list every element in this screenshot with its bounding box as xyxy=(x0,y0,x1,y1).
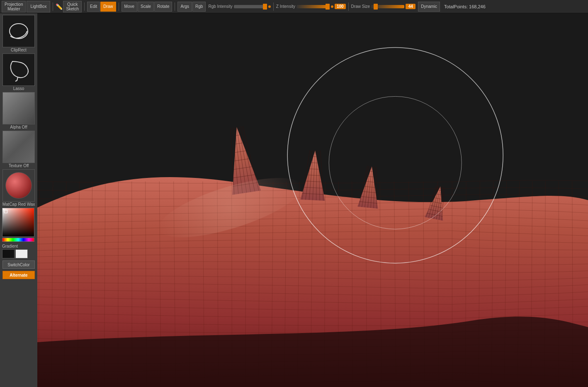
z-intensity-value: 100 xyxy=(335,4,346,9)
texture-label: Texture Off xyxy=(9,163,29,168)
alternate-button[interactable]: Alternate xyxy=(2,271,35,279)
projection-master-button[interactable]: Projection Master xyxy=(2,1,26,12)
rgb-intensity-slider[interactable] xyxy=(234,5,267,8)
rgb-intensity-label: Rgb Intensity xyxy=(208,4,232,9)
matcap-thumb xyxy=(5,172,32,199)
sidebar-item-alpha: Alpha Off xyxy=(2,92,35,129)
args-rgb-group: Args Rgb xyxy=(177,2,206,12)
texture-thumb[interactable] xyxy=(2,131,35,163)
sidebar-item-cliprect: ClipRect xyxy=(2,15,35,52)
gradient-swatches xyxy=(2,249,28,258)
switch-color-button[interactable]: SwitchColor xyxy=(2,260,35,269)
swatch-white[interactable] xyxy=(15,249,28,258)
cliprect-label: ClipRect xyxy=(11,48,27,52)
z-intensity-slider[interactable] xyxy=(296,5,330,8)
lasso-thumb[interactable] xyxy=(2,54,35,86)
dynamic-button[interactable]: Dynamic xyxy=(418,2,440,12)
divider-1 xyxy=(53,2,53,11)
lasso-label: Lasso xyxy=(13,86,24,91)
z-intensity-container: Z Intensity 100 xyxy=(276,4,346,9)
alpha-label: Alpha Off xyxy=(10,125,27,129)
zbrush-canvas xyxy=(37,13,588,387)
total-points-label: TotalPoints: xyxy=(444,4,468,9)
total-points-value: 168,246 xyxy=(469,4,486,9)
scale-button[interactable]: Scale xyxy=(138,2,154,12)
sidebar-item-lasso: Lasso xyxy=(2,54,35,91)
divider-4 xyxy=(175,2,175,11)
main-area: ClipRect Lasso Alpha Off Texture Off xyxy=(0,13,588,387)
sidebar-item-matcap: MatCap Red Wax xyxy=(2,169,35,207)
total-points-display: TotalPoints: 168,246 xyxy=(444,4,486,9)
toolbar: Projection Master LightBox ✏️ Quick Sket… xyxy=(0,0,588,13)
color-square[interactable] xyxy=(2,208,34,237)
draw-size-slider[interactable] xyxy=(371,5,404,8)
divider-6 xyxy=(348,2,349,11)
rotate-button[interactable]: Rotate xyxy=(154,2,172,12)
move-button[interactable]: Move xyxy=(121,2,137,12)
hue-slider[interactable] xyxy=(2,238,34,242)
swatch-black[interactable] xyxy=(2,249,15,258)
divider-3 xyxy=(119,2,119,11)
lasso-icon xyxy=(6,57,31,82)
z-intensity-label: Z Intensity xyxy=(276,4,295,9)
svg-point-0 xyxy=(10,24,28,39)
rgb-intensity-dot xyxy=(268,5,271,8)
quick-sketch-button[interactable]: Quick Sketch xyxy=(63,1,82,12)
draw-button[interactable]: Draw xyxy=(100,2,116,12)
divider-5 xyxy=(273,2,274,11)
edit-draw-group: Edit Draw xyxy=(87,2,116,12)
color-picker xyxy=(2,208,35,242)
gradient-label: Gradient xyxy=(2,244,35,248)
canvas-area[interactable] xyxy=(37,13,588,387)
cliprect-thumb[interactable] xyxy=(2,15,35,47)
edit-button[interactable]: Edit xyxy=(87,2,100,12)
cliprect-icon xyxy=(6,19,31,44)
draw-size-container: Draw Size 44 xyxy=(351,4,416,9)
matcap-container[interactable] xyxy=(2,169,35,202)
divider-2 xyxy=(84,2,85,11)
rgb-intensity-container: Rgb Intensity xyxy=(208,4,270,9)
sidebar-item-texture: Texture Off xyxy=(2,131,35,168)
draw-size-label: Draw Size xyxy=(351,4,370,9)
matcap-label: MatCap Red Wax xyxy=(2,202,35,207)
draw-size-value: 44 xyxy=(406,4,415,9)
rgb-button[interactable]: Rgb xyxy=(192,2,206,12)
z-intensity-indicator xyxy=(331,5,333,8)
transform-group: Move Scale Rotate xyxy=(121,2,173,12)
sidebar-item-gradient: Gradient xyxy=(2,243,35,258)
args-button[interactable]: Args xyxy=(177,2,192,12)
quick-sketch-icon: ✏️ xyxy=(56,3,63,10)
lightbox-button[interactable]: LightBox xyxy=(27,1,50,12)
sidebar: ClipRect Lasso Alpha Off Texture Off xyxy=(0,13,37,387)
alpha-thumb[interactable] xyxy=(2,92,35,124)
